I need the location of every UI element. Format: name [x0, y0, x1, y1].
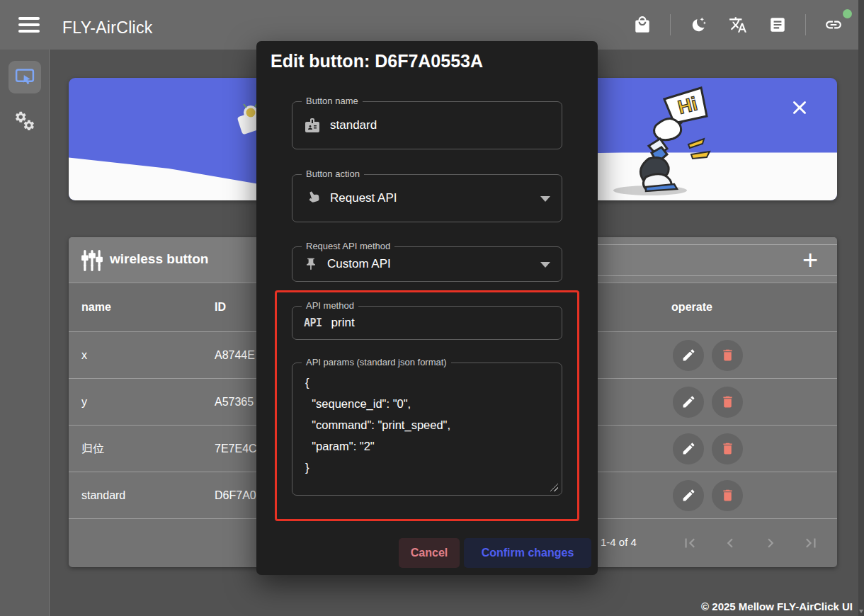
menu-icon[interactable] — [18, 17, 42, 34]
scrollbar[interactable] — [858, 0, 864, 616]
delete-button[interactable] — [712, 387, 743, 418]
topbar-divider — [670, 14, 671, 35]
button-name-field[interactable]: Button name standard — [292, 101, 562, 149]
row-id: D6F7A0 — [215, 489, 256, 502]
resize-handle[interactable] — [550, 483, 558, 491]
cancel-button[interactable]: Cancel — [399, 538, 460, 568]
column-header-operate: operate — [649, 301, 734, 314]
row-name: 归位 — [81, 441, 104, 456]
button-action-select[interactable]: Button action Request API — [292, 174, 562, 222]
topbar-actions — [630, 0, 846, 50]
edit-button[interactable] — [673, 480, 704, 511]
confirm-button[interactable]: Confirm changes — [464, 538, 591, 568]
delete-button[interactable] — [712, 340, 743, 371]
row-id: 7E7E4C — [215, 443, 257, 455]
sidebar-item-settings[interactable] — [8, 105, 41, 137]
api-params-textarea[interactable]: API params (standard json format) { "seq… — [292, 363, 562, 496]
delete-button[interactable] — [712, 433, 743, 464]
button-name-value: standard — [330, 118, 377, 132]
sidebar — [0, 50, 50, 616]
scrollbar-down-arrow[interactable] — [859, 610, 863, 613]
chevron-down-icon — [540, 196, 550, 202]
edit-button[interactable] — [673, 340, 704, 371]
request-api-method-label: Request API method — [302, 241, 394, 251]
pagination-range: 1-4 of 4 — [601, 536, 637, 548]
edit-button[interactable] — [673, 433, 704, 464]
dark-mode-icon[interactable] — [686, 13, 710, 37]
edit-button-dialog: Edit button: D6F7A0553A Button name stan… — [256, 41, 598, 575]
api-method-field[interactable]: API method API print — [292, 306, 562, 340]
row-name: standard — [81, 489, 125, 502]
prev-page-icon[interactable] — [718, 532, 742, 556]
delete-button[interactable] — [712, 480, 743, 511]
chevron-down-icon — [540, 262, 550, 268]
api-method-label: API method — [302, 300, 358, 311]
touch-screen-icon — [14, 67, 35, 88]
gears-icon — [14, 110, 35, 132]
row-name: x — [81, 349, 87, 362]
row-id: A57365 — [215, 396, 254, 409]
dialog-title: Edit button: D6F7A0553A — [271, 51, 483, 72]
column-header-id: ID — [215, 301, 226, 314]
api-method-value: print — [331, 316, 355, 330]
api-icon: API — [304, 316, 322, 329]
store-icon[interactable] — [630, 13, 654, 37]
status-dot — [843, 9, 852, 18]
app-root: FLY-AirClick — [0, 0, 864, 616]
translate-icon[interactable] — [726, 13, 750, 37]
request-api-method-value: Custom API — [327, 257, 391, 271]
button-action-value: Request API — [330, 191, 397, 205]
mascot-robot-hi: Hi — [581, 79, 715, 198]
column-header-name: name — [81, 301, 111, 314]
badge-icon — [304, 117, 321, 134]
add-button[interactable]: + — [793, 243, 827, 277]
request-api-method-select[interactable]: Request API method Custom API — [292, 246, 562, 282]
edit-button[interactable] — [673, 387, 704, 418]
row-name: y — [81, 396, 87, 409]
sidebar-item-remote[interactable] — [8, 61, 41, 93]
footer-copyright: © 2025 Mellow FLY-AirClick UI — [701, 600, 853, 612]
last-page-icon[interactable] — [799, 532, 823, 556]
button-action-label: Button action — [302, 169, 364, 179]
row-id: A8744E — [215, 349, 255, 362]
docs-icon[interactable] — [766, 13, 790, 37]
sliders-icon — [81, 249, 103, 272]
push-pin-icon — [304, 257, 318, 271]
close-icon[interactable] — [789, 98, 810, 119]
api-params-value[interactable]: { "sequence_id": "0", "command": "print_… — [305, 372, 552, 478]
hand-pointer-icon — [304, 190, 321, 207]
app-title: FLY-AirClick — [62, 18, 153, 38]
button-name-label: Button name — [302, 96, 363, 106]
first-page-icon[interactable] — [678, 532, 702, 556]
next-page-icon[interactable] — [758, 532, 783, 556]
panel-title: wireless button — [110, 251, 208, 267]
connection-link-icon[interactable] — [822, 13, 846, 37]
api-params-label: API params (standard json format) — [302, 357, 451, 367]
topbar-divider — [805, 14, 806, 35]
